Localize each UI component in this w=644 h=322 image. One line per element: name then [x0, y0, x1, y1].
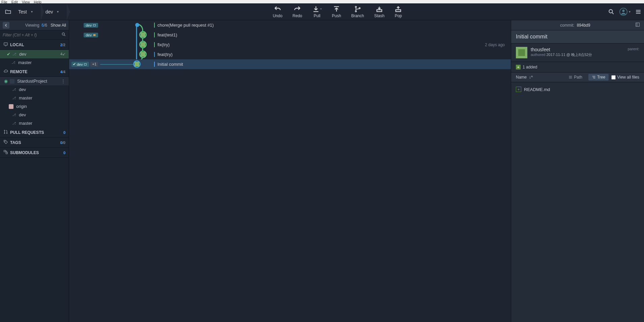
stash-button[interactable]: Stash	[374, 5, 385, 18]
section-pull-requests[interactable]: PULL REQUESTS 0	[0, 127, 69, 138]
file-row[interactable]: + README.md	[516, 85, 639, 94]
breadcrumb-branch[interactable]: dev ▾	[41, 3, 67, 20]
svg-point-13	[5, 141, 5, 142]
pull-button[interactable]: ▾ Pull	[312, 5, 322, 18]
menubar: File Edit View Help	[0, 0, 644, 3]
section-remote[interactable]: REMOTE 4/4	[0, 67, 69, 77]
remote-stardust[interactable]: ◉ StardustProject ⋮	[0, 77, 69, 85]
redo-button[interactable]: Redo	[293, 5, 302, 18]
svg-point-11	[4, 133, 5, 134]
cloud-icon	[3, 69, 8, 75]
remote-origin[interactable]: origin	[0, 102, 69, 111]
detail-title: Initial commit	[511, 30, 644, 43]
branch-icon: ⎇	[12, 52, 17, 56]
view-all-files[interactable]: View all files	[611, 75, 639, 80]
commit-node	[139, 31, 147, 38]
toolbar-actions: Undo Redo ▾ Pull Push Branch Stash Pop	[273, 5, 402, 18]
pop-button[interactable]: Pop	[394, 5, 402, 18]
view-all-checkbox[interactable]	[611, 75, 616, 80]
commit-row[interactable]: dev feat(test1)	[69, 30, 511, 40]
remote-origin-master[interactable]: ⎇ master	[0, 119, 69, 127]
back-button[interactable]	[3, 22, 9, 29]
branch-icon: ⎇	[12, 96, 16, 100]
commit-row[interactable]: ✔ dev +1 Initial commit	[69, 59, 511, 69]
ref-tag[interactable]: dev	[84, 23, 98, 28]
local-branch-master[interactable]: ⎇ master	[0, 58, 69, 67]
commit-message: fix(try)	[154, 42, 485, 47]
check-icon: ✔	[7, 52, 10, 57]
expand-icon[interactable]	[635, 22, 640, 28]
view-tree-button[interactable]: Tree	[588, 74, 609, 81]
menu-file[interactable]: File	[1, 0, 7, 4]
svg-rect-17	[93, 34, 96, 36]
push-button[interactable]: Push	[332, 5, 341, 18]
check-icon: ✔	[73, 62, 76, 66]
section-local[interactable]: LOCAL 2/2	[0, 40, 69, 50]
svg-rect-19	[636, 23, 640, 27]
folder-button[interactable]	[3, 6, 13, 17]
added-icon: +	[516, 65, 521, 69]
svg-point-1	[355, 10, 356, 12]
file-added-icon: +	[516, 87, 521, 92]
svg-point-12	[6, 133, 7, 134]
pull-request-icon	[3, 129, 8, 135]
local-branch-dev[interactable]: ✔ ⎇ dev 4↙	[0, 50, 69, 58]
svg-point-8	[62, 33, 64, 35]
detail-changes: + 1 added	[511, 62, 644, 72]
commit-node	[135, 23, 139, 27]
svg-point-0	[355, 6, 356, 7]
ref-tag[interactable]: ✔ dev	[71, 62, 89, 67]
undo-button[interactable]: Undo	[273, 5, 283, 18]
ref-tag[interactable]: dev	[84, 33, 98, 37]
more-icon[interactable]: ⋮	[61, 79, 65, 84]
avatar	[516, 47, 527, 58]
commit-message: feat(try)	[154, 52, 507, 57]
menu-button[interactable]	[635, 9, 641, 15]
branch-icon: ⎇	[12, 121, 16, 125]
detail-files: + README.md	[511, 82, 644, 96]
commit-message: Initial commit	[154, 62, 507, 67]
filter-row	[0, 30, 69, 40]
author-name: thousfeet	[531, 47, 624, 52]
ref-extra[interactable]: +1	[90, 62, 98, 67]
svg-point-5	[609, 9, 612, 13]
graph-panel: dev chore(Merge pull request #1) dev fea…	[69, 20, 511, 322]
section-tags[interactable]: TAGS 0/0	[0, 138, 69, 148]
commit-hash[interactable]: 894bd9	[577, 23, 590, 28]
remote-origin-dev[interactable]: ⎇ dev	[0, 111, 69, 119]
view-path-button[interactable]: Path	[565, 74, 586, 81]
svg-rect-4	[396, 9, 401, 11]
branch-icon: ⎇	[12, 88, 16, 91]
filter-input[interactable]	[3, 33, 61, 37]
branch-button[interactable]: Branch	[351, 5, 364, 18]
caret-down-icon: ▾	[320, 7, 322, 10]
detail-panel: commit: 894bd9 Initial commit thousfeet …	[511, 20, 644, 322]
caret-down-icon: ▾	[31, 10, 33, 13]
svg-rect-16	[93, 24, 96, 26]
section-submodules[interactable]: SUBMODULES 0	[0, 148, 69, 158]
viewing-label: Viewing 6/6	[25, 23, 47, 28]
sidebar-top: Viewing 6/6 Show All	[0, 20, 69, 30]
svg-rect-14	[4, 150, 6, 152]
show-all-button[interactable]: Show All	[51, 23, 66, 28]
toolbar: Test ▾ dev ▾ Undo Redo ▾ Pull Push Branc…	[0, 3, 644, 20]
sort-icon: ↓ᴬ	[528, 75, 532, 80]
commit-message: chore(Merge pull request #1)	[154, 23, 507, 28]
svg-point-7	[622, 9, 625, 12]
caret-down-icon: ▾	[629, 10, 631, 13]
commit-row[interactable]: dev chore(Merge pull request #1)	[69, 20, 511, 30]
search-icon[interactable]	[61, 32, 66, 38]
commit-row[interactable]: fix(try) 2 days ago	[69, 40, 511, 50]
breadcrumb-repo[interactable]: Test ▾	[13, 3, 41, 20]
search-button[interactable]	[608, 8, 615, 15]
profile-button[interactable]: ▾	[619, 8, 631, 16]
commit-node	[133, 60, 141, 68]
remote-logo-icon	[9, 104, 13, 109]
remote-stardust-master[interactable]: ⎇ master	[0, 94, 69, 102]
sort-name[interactable]: Name ↓ᴬ	[516, 75, 533, 80]
remote-stardust-dev[interactable]: ⎇ dev	[0, 85, 69, 94]
breadcrumb-repo-label: Test	[18, 9, 27, 14]
detail-author: thousfeet authored 2017-11-11 @ 晚上8点52分 …	[511, 43, 644, 62]
commit-row[interactable]: feat(try)	[69, 50, 511, 59]
remote-logo-icon	[10, 79, 14, 84]
